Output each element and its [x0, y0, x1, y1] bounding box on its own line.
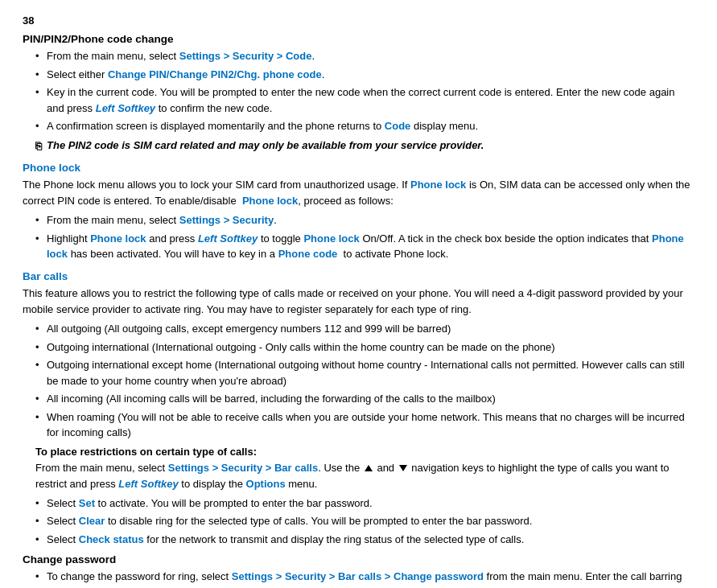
pin-bullet-2: Select either Change PIN/Change PIN2/Chg… [35, 67, 694, 83]
phone-lock-bullets: From the main menu, select Settings > Se… [35, 212, 694, 262]
bar-calls-body: This feature allows you to restrict the … [23, 286, 694, 318]
note-icon: ⎘ [35, 138, 42, 154]
pin-bullet-3: Key in the current code. You will be pro… [35, 84, 694, 116]
bar-bullet-1: All outgoing (All outgoing calls, except… [35, 321, 694, 337]
pin-bullets: From the main menu, select Settings > Se… [35, 48, 694, 134]
phone-lock-title: Phone lock [23, 162, 694, 174]
bar-calls-title: Bar calls [23, 270, 694, 282]
change-password-title: Change password [23, 553, 694, 565]
pin-note: ⎘ The PIN2 code is SIM card related and … [35, 138, 694, 154]
page-number: 38 [23, 14, 694, 27]
bar-bullet-2: Outgoing international (International ou… [35, 339, 694, 356]
change-password-bullets: To change the password for ring, select … [35, 569, 694, 588]
options-bullet-3: Select Check status for the network to t… [35, 532, 694, 548]
place-restrictions-block: To place restrictions on certain type of… [35, 446, 694, 492]
pin-section-title: PIN/PIN2/Phone code change [23, 33, 694, 45]
pin-bullet-1: From the main menu, select Settings > Se… [35, 48, 694, 64]
bar-bullet-3: Outgoing international except home (Inte… [35, 357, 694, 389]
triangle-down-icon [399, 465, 407, 471]
phone-lock-bullet-1: From the main menu, select Settings > Se… [35, 212, 694, 228]
options-bullet-1: Select Set to activate. You will be prom… [35, 495, 694, 512]
phone-lock-body: The Phone lock menu allows you to lock y… [23, 177, 694, 209]
bar-calls-bullets: All outgoing (All outgoing calls, except… [35, 321, 694, 441]
phone-lock-bullet-2: Highlight Phone lock and press Left Soft… [35, 231, 694, 262]
bar-bullet-5: When roaming (You will not be able to re… [35, 409, 694, 441]
phone-lock-section: Phone lock The Phone lock menu allows yo… [23, 162, 694, 262]
triangle-up-icon [365, 465, 373, 471]
options-bullets: Select Set to activate. You will be prom… [35, 495, 694, 548]
bar-bullet-4: All incoming (All incoming calls will be… [35, 391, 694, 407]
options-bullet-2: Select Clear to disable ring for the sel… [35, 513, 694, 529]
bar-calls-section: Bar calls This feature allows you to res… [23, 270, 694, 588]
place-restrictions-title: To place restrictions on certain type of… [35, 446, 694, 458]
change-password-bullet-1: To change the password for ring, select … [35, 569, 694, 588]
pin-bullet-4: A confirmation screen is displayed momen… [35, 118, 694, 134]
place-restrictions-body: From the main menu, select Settings > Se… [35, 460, 694, 492]
pin-section: PIN/PIN2/Phone code change From the main… [23, 33, 694, 154]
